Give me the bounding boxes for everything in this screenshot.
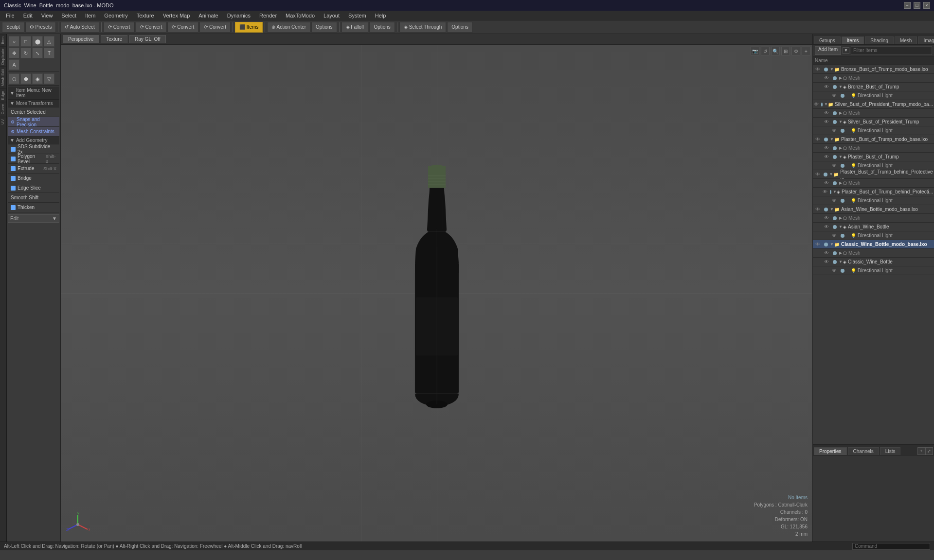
convert-button-1[interactable]: ⟳ Convert	[104, 22, 135, 33]
item-eye-plaster-item[interactable]: 👁	[823, 154, 830, 159]
item-eye-bronze-base[interactable]: 👁	[814, 67, 822, 72]
item-eye-plaster-base[interactable]: 👁	[814, 137, 822, 142]
menu-view[interactable]: View	[37, 12, 57, 19]
item-row-silver-light[interactable]: 👁 💡 Directional Light	[813, 126, 934, 135]
item-row-silver-mesh[interactable]: 👁 ▶ ⬡ Mesh	[813, 109, 934, 118]
thicken-button[interactable]: Thicken	[8, 203, 59, 212]
tool-icon-text[interactable]: T	[44, 48, 54, 58]
vp-camera-icon[interactable]: 📷	[751, 47, 759, 55]
add-item-dropdown[interactable]: ▼	[843, 47, 849, 54]
vp-zoom-icon[interactable]: 🔍	[771, 47, 780, 55]
item-expand-plaster-base[interactable]: ▼	[829, 137, 834, 141]
item-eye-plaster-light[interactable]: 👁	[830, 163, 838, 168]
item-expand-classic-mesh[interactable]: ▶	[838, 251, 843, 255]
minimize-button[interactable]: −	[904, 2, 911, 9]
panel-tab-images[interactable]: Images	[918, 36, 934, 44]
menu-edit[interactable]: Edit	[19, 12, 36, 19]
menu-file[interactable]: File	[2, 12, 18, 19]
item-row-bronze-light[interactable]: 👁 💡 Directional Light	[813, 91, 934, 100]
falloff-options-button[interactable]: Options	[369, 22, 395, 33]
item-row-asian-base[interactable]: 👁 ▼ 📁 Asian_Wine_Bottle_modo_base.lxo	[813, 205, 934, 214]
item-eye-asian-bottle[interactable]: 👁	[823, 224, 830, 229]
item-eye-plaster2-item[interactable]: 👁	[823, 189, 827, 194]
left-tab-duplicate[interactable]: Duplicate	[0, 46, 6, 67]
menu-help[interactable]: Help	[371, 12, 390, 19]
vp-grid-icon[interactable]: ⊞	[781, 47, 790, 55]
auto-select-button[interactable]: ↺ Auto Select	[60, 22, 99, 33]
item-eye-plaster2-mesh[interactable]: 👁	[823, 180, 830, 186]
item-expand-plaster-mesh[interactable]: ▶	[838, 146, 843, 150]
item-row-plaster2-mesh[interactable]: 👁 ▶ ⬡ Mesh	[813, 179, 934, 188]
item-menu-header[interactable]: ▼ Item Menu: New Item	[8, 87, 59, 100]
item-eye-plaster-mesh[interactable]: 👁	[823, 145, 830, 151]
tool-icon-2-3[interactable]: ◉	[32, 73, 43, 84]
menu-dynamics[interactable]: Dynamics	[223, 12, 254, 19]
props-tab-properties[interactable]: Properties	[814, 447, 847, 455]
menu-select[interactable]: Select	[57, 12, 80, 19]
item-eye-bronze-mesh[interactable]: 👁	[823, 75, 830, 81]
item-row-plaster-base[interactable]: 👁 ▼ 📁 Plaster_Bust_of_Trump_modo_base.lx…	[813, 135, 934, 144]
item-eye-plaster2-light[interactable]: 👁	[830, 198, 838, 203]
item-expand-bronze-mesh[interactable]: ▶	[838, 76, 843, 80]
edit-dropdown[interactable]: Edit ▼	[8, 214, 59, 223]
polygon-bevel-button[interactable]: Polygon Bevel Shift-B	[8, 154, 59, 164]
item-eye-bronze-light[interactable]: 👁	[830, 93, 838, 98]
menu-render[interactable]: Render	[255, 12, 281, 19]
vp-tab-perspective[interactable]: Perspective	[63, 35, 99, 43]
vp-expand-icon[interactable]: +	[802, 47, 810, 55]
bridge-button[interactable]: Bridge	[8, 174, 59, 183]
item-eye-asian-light[interactable]: 👁	[830, 233, 838, 238]
extrude-button[interactable]: Extrude Shift-X	[8, 164, 59, 174]
tool-icon-move[interactable]: ✥	[9, 48, 19, 58]
item-expand-asian-base[interactable]: ▼	[829, 207, 834, 211]
action-center-options-button[interactable]: Options	[311, 22, 337, 33]
item-row-classic-light[interactable]: 👁 💡 Directional Light	[813, 266, 934, 275]
panel-tab-items[interactable]: Items	[842, 36, 864, 44]
sculpt-button[interactable]: Sculpt	[2, 22, 24, 33]
tool-icon-2-2[interactable]: ⬢	[20, 73, 31, 84]
left-tab-item[interactable]: Item	[0, 34, 6, 46]
item-eye-classic-mesh[interactable]: 👁	[823, 250, 830, 256]
menu-layout[interactable]: Layout	[320, 12, 343, 19]
item-row-plaster-mesh[interactable]: 👁 ▶ ⬡ Mesh	[813, 144, 934, 153]
panel-tab-groups[interactable]: Groups	[814, 36, 841, 44]
convert-button-3[interactable]: ⟳ Convert	[167, 22, 198, 33]
vp-settings-icon[interactable]: ⚙	[791, 47, 800, 55]
props-tab-lists[interactable]: Lists	[880, 447, 901, 455]
item-eye-asian-mesh[interactable]: 👁	[823, 215, 830, 221]
vp-tab-texture[interactable]: Texture	[101, 35, 127, 43]
left-tab-uv[interactable]: UV	[0, 117, 6, 126]
close-button[interactable]: ×	[923, 2, 930, 9]
item-row-bronze-mesh[interactable]: 👁 ▶ ⬡ Mesh	[813, 74, 934, 83]
panel-tab-shading[interactable]: Shading	[865, 36, 894, 44]
item-expand-classic-bottle[interactable]: ▼	[838, 260, 843, 264]
menu-animate[interactable]: Animate	[195, 12, 222, 19]
viewport-canvas[interactable]: 📷 ↺ 🔍 ⊞ ⚙ + No Items Polygons : Catmull-…	[61, 45, 812, 542]
item-row-bronze-base[interactable]: 👁 ▼ 📁 Bronze_Bust_of_Trump_modo_base.lxo	[813, 65, 934, 74]
tool-icon-sphere[interactable]: ⬤	[32, 36, 43, 47]
menu-system[interactable]: System	[344, 12, 370, 19]
item-expand-plaster2-mesh[interactable]: ▶	[838, 181, 843, 185]
item-row-classic-mesh[interactable]: 👁 ▶ ⬡ Mesh	[813, 249, 934, 258]
item-eye-classic-light[interactable]: 👁	[830, 268, 838, 273]
menu-vertex-map[interactable]: Vertex Map	[159, 12, 194, 19]
item-row-asian-bottle[interactable]: 👁 ▼ ◈ Asian_Wine_Bottle	[813, 223, 934, 231]
item-expand-plaster2-item[interactable]: ▼	[833, 190, 837, 194]
item-eye-silver-mesh[interactable]: 👁	[823, 110, 830, 116]
left-tab-curve[interactable]: Curve	[0, 102, 6, 116]
tool-icon-extra[interactable]: A	[9, 59, 19, 70]
tool-icon-circle[interactable]: ○	[9, 36, 19, 47]
item-eye-silver-base[interactable]: 👁	[814, 102, 819, 107]
snaps-precision-button[interactable]: ⚙ Snaps and Precision	[8, 117, 59, 127]
edge-slice-button[interactable]: Edge Slice	[8, 183, 59, 193]
item-row-silver-base[interactable]: 👁 ▼ 📁 Silver_Bust_of_President_Trump_mod…	[813, 100, 934, 109]
props-tab-channels[interactable]: Channels	[848, 447, 879, 455]
falloff-button[interactable]: ◈ Falloff	[341, 22, 369, 33]
item-expand-asian-mesh[interactable]: ▶	[838, 216, 843, 220]
item-row-plaster2-light[interactable]: 👁 💡 Directional Light	[813, 196, 934, 205]
panel-tab-mesh[interactable]: Mesh	[895, 36, 917, 44]
smooth-shift-button[interactable]: Smooth Shift	[8, 193, 59, 203]
left-tab-edge[interactable]: Edge	[0, 88, 6, 102]
presets-button[interactable]: ⚙ Presets	[25, 22, 56, 33]
action-center-button[interactable]: ⊕ Action Center	[267, 22, 310, 33]
